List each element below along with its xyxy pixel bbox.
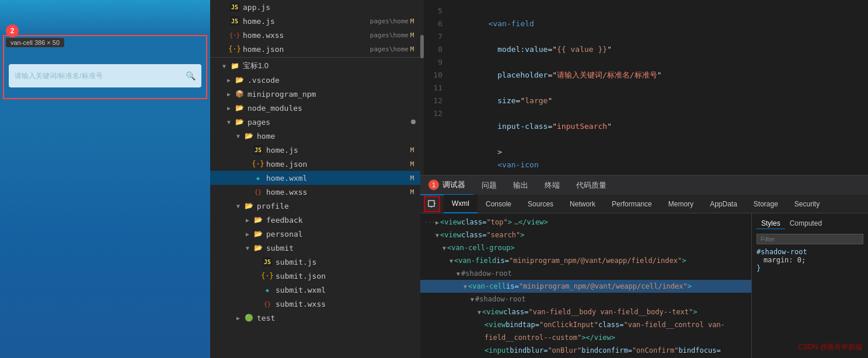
tree-arrow: ▼ (243, 243, 252, 252)
tab-network[interactable]: Network (562, 195, 604, 213)
file-item-homejs[interactable]: JS home.js pages\home M (210, 14, 420, 28)
tree-arrow (243, 187, 252, 196)
folder-feedback[interactable]: ▶ 📂 feedback (210, 213, 420, 227)
file-item-home-wxml[interactable]: ◈ home.wxml M (210, 171, 420, 185)
tab-problems[interactable]: 问题 (473, 176, 505, 195)
styles-filter-input[interactable] (757, 234, 863, 244)
file-badge: M (409, 45, 416, 53)
arrow-icon: ▼ (470, 296, 474, 303)
folder-profile[interactable]: ▼ 📂 profile (210, 199, 420, 213)
tree-arrow (252, 285, 262, 294)
file-item-submit-json[interactable]: {·} submit.json (210, 269, 420, 283)
styles-tab-styles[interactable]: Styles (757, 218, 785, 229)
file-name: test (257, 314, 416, 322)
search-bar-preview: 请输入关键词/标准名/标准号 🔍 (9, 64, 201, 87)
json-icon: {·} (230, 44, 239, 54)
js-icon: JS (230, 16, 239, 26)
folder-nodemodules[interactable]: ▶ 📂 node_modules (210, 101, 420, 115)
phone-top-bar (0, 0, 210, 35)
file-item-homejson[interactable]: {·} home.json pages\home M (210, 42, 420, 56)
file-item-appjs[interactable]: JS app.js (210, 0, 420, 14)
file-name: home (257, 132, 416, 141)
scrollbar-thumb[interactable] (420, 35, 424, 58)
dom-value: field__control--custom" (484, 334, 581, 342)
tab-memory[interactable]: Memory (660, 195, 702, 213)
arrow-icon: ▼ (456, 271, 460, 277)
tree-arrow: ▶ (224, 75, 233, 85)
dom-tree: ··· ▶ <view class="top" > … </view> ▼ <v… (420, 213, 751, 358)
js-icon: JS (230, 2, 239, 12)
dom-line: <input bindblur="onBlur" bindconfirm="on… (420, 344, 751, 357)
dom-dots: … (514, 218, 518, 226)
dom-tag: > (688, 282, 692, 290)
section-baobiao[interactable]: ▼ 📁 宝标1.0 (210, 59, 420, 73)
folder-icon: 📂 (235, 117, 244, 127)
arrow-icon: ▼ (435, 232, 439, 238)
file-name: home.wxss (266, 188, 409, 196)
code-content: <van-field model:value="{{ value }}" pla… (447, 0, 868, 175)
file-item-home-js[interactable]: JS home.js M (210, 143, 420, 157)
dom-value: "onClickInput" (539, 321, 598, 329)
phone-preview-panel: 2 van-cell 386 × 50 请输入关键词/标准名/标准号 🔍 (0, 0, 210, 358)
tab-console[interactable]: Console (477, 195, 520, 213)
folder-submit[interactable]: ▼ 📂 submit (210, 241, 420, 255)
dom-and-styles: ··· ▶ <view class="top" > … </view> ▼ <v… (420, 213, 868, 358)
file-item-submit-wxml[interactable]: ◈ submit.wxml (210, 283, 420, 297)
tab-security[interactable]: Security (786, 195, 828, 213)
json-icon: {·} (263, 271, 272, 280)
code-area: 5 6 7 8 9 10 11 12 12 <van-field model:v… (420, 0, 868, 175)
folder-pages[interactable]: ▼ 📂 pages (210, 115, 420, 129)
dom-line: field__control--custom" ></view> (420, 331, 751, 344)
dom-value: "top" (487, 218, 508, 226)
folder-vscode[interactable]: ▶ 📂 .vscode (210, 73, 420, 87)
dom-attr: bindblur= (510, 346, 548, 355)
file-item-submit-wxss[interactable]: {} submit.wxss (210, 297, 420, 311)
inspect-button[interactable] (424, 196, 440, 212)
file-badge: M (409, 174, 416, 182)
dom-tag: <van-field (454, 257, 496, 265)
styles-property: margin: 0; (757, 256, 863, 264)
tree-arrow (219, 16, 229, 26)
folder-test[interactable]: ▶ 🟢 test (210, 311, 420, 325)
file-item-home-json[interactable]: {·} home.json M (210, 157, 420, 171)
tree-arrow: ▼ (233, 131, 243, 141)
file-name: home.wxml (266, 174, 409, 182)
tab-terminal[interactable]: 终端 (536, 176, 568, 195)
file-item-homewxss[interactable]: {·} home.wxss pages\home M (210, 28, 420, 42)
arrow-icon: ▼ (477, 309, 481, 315)
styles-tab-computed[interactable]: Computed (785, 218, 827, 229)
code-editor-panel: 5 6 7 8 9 10 11 12 12 <van-field model:v… (420, 0, 868, 358)
file-item-home-wxss[interactable]: {} home.wxss M (210, 185, 420, 199)
dom-tag: <van-cell-group> (447, 244, 515, 252)
shadow-root: #shadow-root (461, 269, 512, 278)
tab-appdata[interactable]: AppData (702, 195, 745, 213)
tab-wxml[interactable]: Wxml (444, 195, 477, 213)
dom-tag: <van-cell (468, 282, 506, 290)
file-badge: M (409, 146, 416, 154)
tab-storage[interactable]: Storage (745, 195, 786, 213)
dom-line-selected[interactable]: 3 ··· ▼ <van-cell is="miniprogram_npm/@v… (420, 280, 751, 293)
tab-output[interactable]: 输出 (505, 176, 536, 195)
code-line: size="large" (452, 82, 868, 94)
tab-codequality[interactable]: 代码质量 (568, 176, 615, 195)
folder-personal[interactable]: ▶ 📂 personal (210, 227, 420, 241)
styles-panel: Styles Computed #shadow-root margin: 0; … (751, 213, 868, 358)
dom-tag: > (682, 257, 686, 265)
folder-miniprogram[interactable]: ▶ 📦 miniprogram_npm (210, 87, 420, 101)
dots: ··· (425, 283, 428, 290)
folder-home[interactable]: ▼ 📂 home (210, 129, 420, 143)
section-label: 宝标1.0 (243, 61, 416, 71)
tab-sources[interactable]: Sources (520, 195, 562, 213)
tree-arrow (252, 271, 262, 280)
tree-arrow (252, 299, 262, 308)
dom-tag: > (508, 218, 512, 226)
scrollbar-track[interactable] (420, 0, 424, 175)
badge-2: 2 (6, 24, 19, 37)
tab-debugger[interactable]: 1 调试器 (420, 176, 473, 195)
wxml-icon: ◈ (263, 285, 272, 294)
dom-value: "onConfirm" (632, 346, 678, 355)
tab-performance[interactable]: Performance (604, 195, 660, 213)
line-numbers: 5 6 7 8 9 10 11 12 12 (424, 0, 447, 175)
file-item-submit-js[interactable]: JS submit.js (210, 255, 420, 269)
folder-icon: 📂 (235, 103, 244, 113)
